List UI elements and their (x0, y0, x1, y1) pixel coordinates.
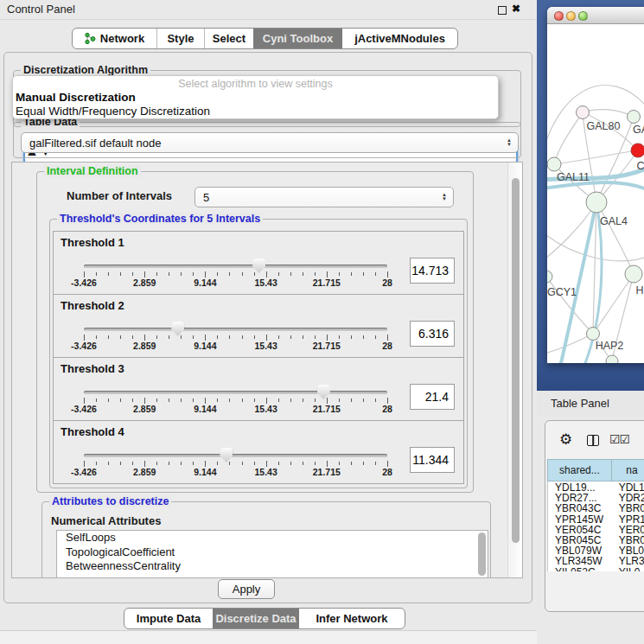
table-row[interactable]: YPR145WYPR1 (548, 513, 644, 524)
attributes-list-scrollbar[interactable] (478, 532, 486, 576)
combo-arrows-icon: ▲▼ (442, 193, 447, 201)
close-icon[interactable]: ✖ (512, 3, 520, 15)
slider-track[interactable] (84, 265, 387, 268)
attributes-group: Attributes to discretize Numerical Attri… (41, 501, 491, 578)
control-panel-titlebar: Control Panel ✖ (0, 0, 537, 20)
threshold-value-field[interactable]: 21.4 (410, 384, 455, 410)
scale-label: 28 (382, 404, 392, 414)
threshold-value-field[interactable]: 6.316 (410, 321, 455, 347)
bottom-tab-impute-data[interactable]: Impute Data (124, 609, 213, 628)
table-row[interactable]: YBL079WYBL0 (548, 545, 644, 555)
table-cell[interactable]: YLR345W (548, 555, 612, 565)
dropdown-item-equal-width-frequency[interactable]: Equal Width/Frequency Discretization (16, 105, 210, 118)
table-row[interactable]: YDR27...YDR2 (548, 492, 644, 502)
apply-button[interactable]: Apply (218, 579, 275, 599)
scale-label: -3.426 (71, 404, 97, 414)
node-label: HAP2 (596, 340, 624, 352)
slider-scale-labels: -3.4262.8599.14415.4321.71528 (84, 277, 387, 288)
threshold-panel-4: Threshold 4-3.4262.8599.14415.4321.71528… (53, 420, 464, 484)
table-cell[interactable]: YDL1 (612, 481, 644, 492)
table-row[interactable]: YBR045CYBR0 (548, 534, 644, 545)
table-row[interactable]: YER054CYER0 (548, 524, 644, 534)
table-cell[interactable]: YBR043C (548, 502, 612, 513)
tab-cyni-toolbox[interactable]: Cyni Toolbox (253, 29, 342, 48)
table-cell[interactable]: YIL0 (612, 566, 644, 572)
network-node[interactable] (586, 192, 607, 213)
table-cell[interactable]: YBL079W (548, 545, 612, 555)
minimize-traffic-light-icon[interactable] (566, 11, 576, 21)
table-cell[interactable]: YER054C (548, 524, 612, 534)
table-cell[interactable]: YDR27... (548, 492, 612, 502)
threshold-panel-3: Threshold 3-3.4262.8599.14415.4321.71528… (53, 357, 464, 421)
table-row[interactable]: YLR345WYLR3 (548, 555, 644, 565)
attribute-item[interactable]: BetweennessCentrality (57, 559, 488, 574)
table-cell[interactable]: YLR3 (612, 555, 644, 565)
network-canvas[interactable]: GAL80GACGAL11GAL4GCY1HHAP2 (547, 24, 644, 363)
float-window-icon[interactable] (498, 6, 507, 15)
table-cell[interactable]: YDL19... (548, 481, 612, 492)
tab-label: Discretize Data (215, 612, 296, 625)
bottom-tab-discretize-data[interactable]: Discretize Data (213, 609, 299, 628)
table-cell[interactable]: YDR2 (612, 492, 644, 502)
threshold-value-field[interactable]: 11.344 (410, 447, 455, 473)
table-rows: YDL19...YDL1YDR27...YDR2YBR043CYBR0YPR14… (547, 481, 644, 571)
table-row[interactable]: YBR043CYBR0 (548, 502, 644, 513)
checkbox-icons[interactable]: ☑☑ (609, 432, 629, 446)
dropdown-prompt[interactable]: Select algorithm to view settings (13, 78, 498, 90)
scale-label: 21.715 (313, 404, 341, 414)
table-cell[interactable]: YPR145W (548, 513, 612, 524)
table-cell[interactable]: YBR045C (548, 534, 612, 545)
network-window[interactable]: GAL80GACGAL11GAL4GCY1HHAP2 (547, 7, 644, 363)
tab-style[interactable]: Style (156, 29, 204, 48)
network-node[interactable] (547, 157, 561, 171)
network-node[interactable] (577, 106, 590, 119)
network-node[interactable] (587, 328, 600, 341)
tab-select[interactable]: Select (204, 29, 253, 48)
table-cell[interactable]: YER0 (612, 524, 644, 534)
zoom-traffic-light-icon[interactable] (578, 11, 588, 21)
network-edge-highlighted (547, 182, 644, 188)
close-traffic-light-icon[interactable] (554, 11, 564, 21)
table-toolbar: ⚙ ☑☑ (545, 421, 644, 459)
slider-track[interactable] (84, 328, 387, 331)
table-cell[interactable]: YIL052C (548, 566, 612, 572)
network-graph: GAL80GACGAL11GAL4GCY1HHAP2 (547, 24, 644, 363)
node-label: GAL4 (600, 215, 628, 227)
threshold-value-field[interactable]: 14.713 (410, 258, 455, 284)
tab-network[interactable]: Network (73, 29, 156, 48)
network-node[interactable] (631, 143, 644, 157)
table-cell[interactable]: YBR0 (612, 502, 644, 513)
scale-label: 28 (382, 277, 392, 288)
table-cell[interactable]: YBL0 (612, 545, 644, 555)
table-cell[interactable]: YPR1 (612, 513, 644, 524)
attribute-item[interactable]: TopologicalCoefficient (57, 545, 488, 560)
attributes-list[interactable]: SelfLoopsTopologicalCoefficientBetweenne… (56, 530, 488, 578)
gear-icon[interactable]: ⚙ (559, 432, 572, 447)
bottom-tab-infer-network[interactable]: Infer Network (299, 609, 405, 628)
network-node[interactable] (547, 271, 552, 283)
slider-track[interactable] (84, 391, 387, 394)
column-header-1[interactable]: na (612, 459, 644, 481)
columns-icon[interactable] (587, 435, 599, 446)
attribute-item[interactable]: SelfLoops (57, 531, 488, 545)
thresholds-group: Threshold's Coordinates for 5 Intervals … (49, 219, 468, 488)
tab-jactivemnodules[interactable]: jActiveMNodules (342, 29, 457, 48)
node-label: GAL11 (557, 171, 590, 183)
network-node[interactable] (625, 265, 642, 283)
vertical-scrollbar-thumb[interactable] (512, 178, 520, 543)
network-node[interactable] (606, 355, 618, 363)
table-header-row: shared...na (547, 459, 644, 481)
network-node[interactable] (628, 111, 641, 124)
number-of-intervals-combobox[interactable]: 5 ▲▼ (194, 187, 454, 207)
dropdown-item-manual-discretization[interactable]: Manual Discretization (16, 91, 136, 104)
network-window-titlebar[interactable] (547, 7, 644, 24)
column-header-0[interactable]: shared... (547, 459, 612, 481)
threshold-label: Threshold 3 (61, 362, 124, 375)
slider-track[interactable] (84, 454, 387, 457)
table-row[interactable]: YDL19...YDL1 (548, 481, 644, 492)
table-row[interactable]: YIL052CYIL0 (548, 566, 644, 572)
network-tab-icon (85, 32, 96, 45)
table-cell[interactable]: YBR0 (612, 534, 644, 545)
vertical-scrollbar-track[interactable] (507, 163, 522, 577)
table-data-combobox[interactable]: galFiltered.sif default node ▲▼ (21, 132, 519, 153)
